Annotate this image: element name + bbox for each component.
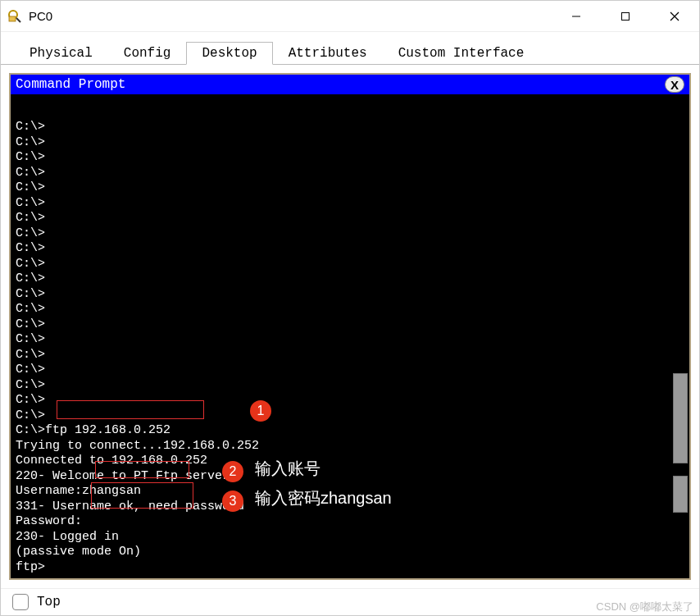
terminal-window: Command Prompt X C:\> C:\> C:\> C:\> C:\…: [9, 73, 691, 580]
app-icon: [7, 9, 22, 24]
terminal-title: Command Prompt: [16, 77, 125, 92]
top-checkbox[interactable]: [12, 594, 29, 610]
titlebar: PC0: [1, 1, 699, 32]
tab-config[interactable]: Config: [108, 42, 187, 65]
maximize-button[interactable]: [601, 1, 650, 32]
top-label: Top: [37, 595, 61, 609]
bottom-bar: Top CSDN @嘟嘟太菜了: [1, 588, 699, 615]
annotation-text-2: 输入账号: [255, 461, 320, 477]
content-area: Command Prompt X C:\> C:\> C:\> C:\> C:\…: [1, 65, 699, 588]
svg-rect-2: [9, 16, 16, 21]
terminal-output: C:\> C:\> C:\> C:\> C:\> C:\> C:\> C:\> …: [16, 120, 259, 575]
tab-custom-interface[interactable]: Custom Interface: [383, 42, 540, 65]
app-window: PC0 Physical Config Desktop Attributes C…: [0, 0, 700, 616]
terminal-scrollbar[interactable]: [673, 373, 688, 463]
minimize-button[interactable]: [552, 1, 601, 32]
svg-line-1: [16, 18, 20, 22]
close-button[interactable]: [650, 1, 699, 32]
watermark: CSDN @嘟嘟太菜了: [596, 600, 693, 614]
terminal-scrollbar-thumb[interactable]: [673, 476, 688, 513]
tab-physical[interactable]: Physical: [14, 42, 108, 65]
maximize-icon: [620, 11, 630, 21]
terminal-body[interactable]: C:\> C:\> C:\> C:\> C:\> C:\> C:\> C:\> …: [11, 94, 689, 578]
terminal-titlebar: Command Prompt X: [11, 75, 689, 94]
tabs: Physical Config Desktop Attributes Custo…: [1, 32, 699, 65]
close-icon: [670, 11, 680, 21]
minimize-icon: [571, 11, 581, 21]
svg-rect-4: [622, 12, 630, 20]
terminal-close-button[interactable]: X: [665, 76, 684, 93]
annotation-text-3: 输入密码zhangsan: [255, 491, 392, 506]
tab-desktop[interactable]: Desktop: [186, 42, 272, 65]
window-title: PC0: [29, 9, 52, 23]
tab-attributes[interactable]: Attributes: [273, 42, 383, 65]
window-controls: [552, 1, 699, 31]
